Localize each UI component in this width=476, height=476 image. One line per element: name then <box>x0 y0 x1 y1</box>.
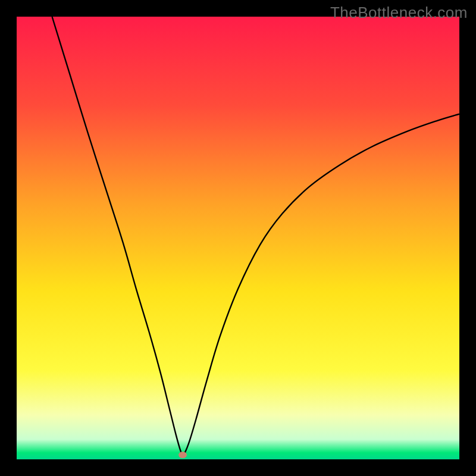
bottleneck-chart <box>17 17 459 459</box>
plot-area <box>17 17 459 459</box>
optimum-marker <box>178 452 187 458</box>
gradient-background <box>17 17 459 459</box>
chart-frame: TheBottleneck.com <box>0 0 476 476</box>
watermark-text: TheBottleneck.com <box>330 4 468 22</box>
